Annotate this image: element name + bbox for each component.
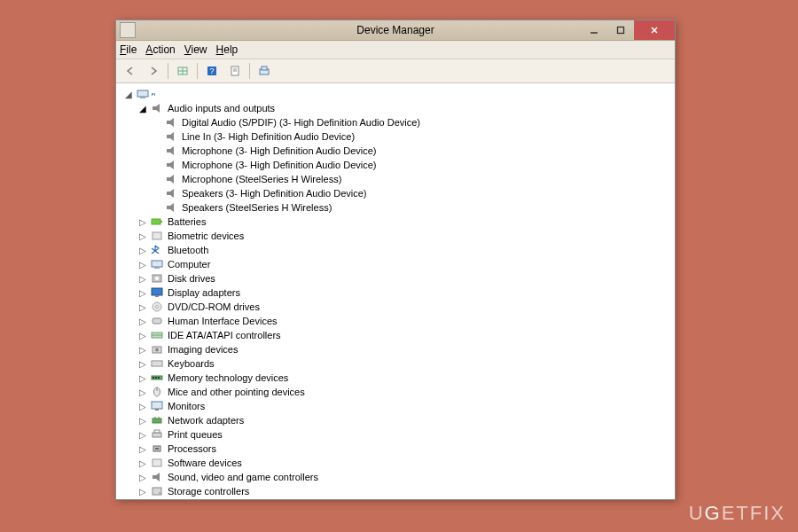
category-node[interactable]: ▷Memory technology devices: [137, 371, 675, 385]
device-label[interactable]: Speakers (3- High Definition Audio Devic…: [180, 188, 369, 199]
expand-icon[interactable]: ▷: [137, 287, 148, 298]
minimize-button[interactable]: [581, 20, 607, 40]
category-label[interactable]: Software devices: [166, 458, 244, 468]
collapse-icon[interactable]: ◢: [137, 103, 148, 113]
expand-icon[interactable]: ▷: [137, 486, 148, 497]
device-label[interactable]: Digital Audio (S/PDIF) (3- High Definiti…: [180, 117, 422, 128]
expand-icon[interactable]: ▷: [137, 415, 148, 426]
expand-icon[interactable]: ▷: [137, 301, 148, 312]
device-node[interactable]: Speakers (3- High Definition Audio Devic…: [152, 186, 675, 200]
back-button[interactable]: [120, 60, 141, 82]
category-node[interactable]: ▷Biometric devices: [137, 229, 675, 243]
category-label[interactable]: DVD/CD-ROM drives: [166, 301, 262, 312]
help-button[interactable]: ?: [201, 60, 223, 82]
expand-icon[interactable]: ▷: [137, 259, 148, 270]
expand-icon[interactable]: ▷: [137, 372, 148, 383]
category-label[interactable]: Biometric devices: [166, 231, 246, 241]
category-node[interactable]: ▷Sound, video and game controllers: [137, 470, 675, 484]
category-node[interactable]: ▷Batteries: [137, 215, 675, 229]
category-node[interactable]: ▷Mice and other pointing devices: [137, 385, 675, 399]
root-node[interactable]: ◢: [123, 87, 675, 101]
category-node[interactable]: ▷Disk drives: [137, 271, 675, 286]
expand-icon[interactable]: ▷: [137, 429, 148, 440]
svg-point-34: [156, 306, 159, 309]
expand-icon[interactable]: ▷: [137, 273, 148, 284]
expand-icon[interactable]: ▷: [137, 216, 148, 227]
category-label[interactable]: Keyboards: [166, 358, 216, 369]
device-label[interactable]: Speakers (SteelSeries H Wireless): [180, 202, 333, 213]
category-label[interactable]: Batteries: [166, 216, 207, 227]
titlebar[interactable]: Device Manager: [116, 20, 675, 41]
category-node[interactable]: ▷Print queues: [137, 427, 675, 442]
category-label[interactable]: Display adapters: [166, 287, 242, 298]
menu-action[interactable]: Action: [145, 43, 175, 56]
root-label[interactable]: [152, 93, 155, 95]
category-node[interactable]: ▷Imaging devices: [137, 342, 675, 356]
expand-icon[interactable]: ▷: [137, 231, 148, 241]
category-node[interactable]: ▷System devices: [137, 498, 675, 499]
category-label[interactable]: Disk drives: [166, 273, 217, 284]
category-label[interactable]: Storage controllers: [166, 486, 251, 497]
device-node[interactable]: Speakers (SteelSeries H Wireless): [152, 200, 675, 215]
properties-button[interactable]: [224, 60, 246, 82]
category-label[interactable]: Network adapters: [166, 415, 246, 426]
collapse-icon[interactable]: ◢: [123, 89, 134, 99]
device-node[interactable]: Line In (3- High Definition Audio Device…: [152, 129, 675, 144]
device-label[interactable]: Line In (3- High Definition Audio Device…: [180, 131, 356, 142]
show-hidden-button[interactable]: [172, 60, 193, 82]
device-node[interactable]: Microphone (3- High Definition Audio Dev…: [152, 158, 675, 172]
menu-file[interactable]: File: [120, 43, 137, 56]
category-label[interactable]: Print queues: [166, 429, 224, 440]
category-label[interactable]: IDE ATA/ATAPI controllers: [166, 330, 283, 340]
expand-icon[interactable]: ▷: [137, 387, 148, 397]
scan-button[interactable]: [254, 60, 275, 82]
maximize-button[interactable]: [607, 20, 634, 40]
device-label[interactable]: Microphone (3- High Definition Audio Dev…: [180, 160, 379, 170]
category-label[interactable]: Memory technology devices: [166, 372, 290, 383]
device-node[interactable]: Microphone (3- High Definition Audio Dev…: [152, 144, 675, 158]
expand-icon[interactable]: ▷: [137, 443, 148, 454]
expand-icon[interactable]: ▷: [137, 358, 148, 369]
close-button[interactable]: [634, 20, 675, 40]
category-label[interactable]: Imaging devices: [166, 344, 240, 355]
category-node[interactable]: ▷Network adapters: [137, 413, 675, 427]
device-node[interactable]: Digital Audio (S/PDIF) (3- High Definiti…: [152, 115, 675, 129]
expand-icon[interactable]: ▷: [137, 316, 148, 326]
menu-help[interactable]: Help: [216, 43, 239, 56]
category-node[interactable]: ▷IDE ATA/ATAPI controllers: [137, 328, 675, 342]
category-node[interactable]: ▷Display adapters: [137, 286, 675, 300]
expand-icon[interactable]: ▷: [137, 472, 148, 482]
expand-icon[interactable]: ▷: [137, 344, 148, 355]
category-node[interactable]: ▷Keyboards: [137, 356, 675, 371]
category-node[interactable]: ▷Computer: [137, 257, 675, 271]
expand-icon[interactable]: ▷: [137, 458, 148, 468]
toolbar-separator: [249, 63, 250, 79]
device-label[interactable]: Microphone (SteelSeries H Wireless): [180, 174, 343, 184]
category-label[interactable]: Bluetooth: [166, 245, 210, 255]
category-node[interactable]: ▷Monitors: [137, 399, 675, 413]
expand-icon[interactable]: ▷: [137, 245, 148, 255]
category-label[interactable]: Sound, video and game controllers: [166, 472, 320, 482]
svg-rect-19: [167, 149, 170, 153]
category-node[interactable]: ▷Bluetooth: [137, 243, 675, 257]
category-node[interactable]: ▷DVD/CD-ROM drives: [137, 300, 675, 314]
category-node[interactable]: ▷Processors: [137, 442, 675, 456]
category-label[interactable]: Computer: [166, 259, 212, 270]
category-label[interactable]: Monitors: [166, 401, 207, 411]
expand-icon[interactable]: ▷: [137, 330, 148, 340]
category-node[interactable]: ▷Storage controllers: [137, 484, 675, 498]
category-node[interactable]: ▷Software devices: [137, 456, 675, 470]
device-tree[interactable]: ◢ ◢Audio inputs and outputsDigital Audio…: [116, 83, 675, 499]
forward-button[interactable]: [143, 60, 164, 82]
device-node[interactable]: Microphone (SteelSeries H Wireless): [152, 172, 675, 186]
category-label[interactable]: Human Interface Devices: [166, 316, 279, 326]
menu-view[interactable]: View: [184, 43, 207, 56]
svg-text:?: ?: [209, 66, 214, 75]
device-label[interactable]: Microphone (3- High Definition Audio Dev…: [180, 145, 379, 156]
category-label[interactable]: Processors: [166, 443, 218, 454]
category-node[interactable]: ▷Human Interface Devices: [137, 314, 675, 328]
category-label[interactable]: Mice and other pointing devices: [166, 387, 307, 397]
category-node[interactable]: ◢Audio inputs and outputs: [137, 101, 675, 115]
category-label[interactable]: Audio inputs and outputs: [166, 103, 277, 113]
expand-icon[interactable]: ▷: [137, 401, 148, 411]
